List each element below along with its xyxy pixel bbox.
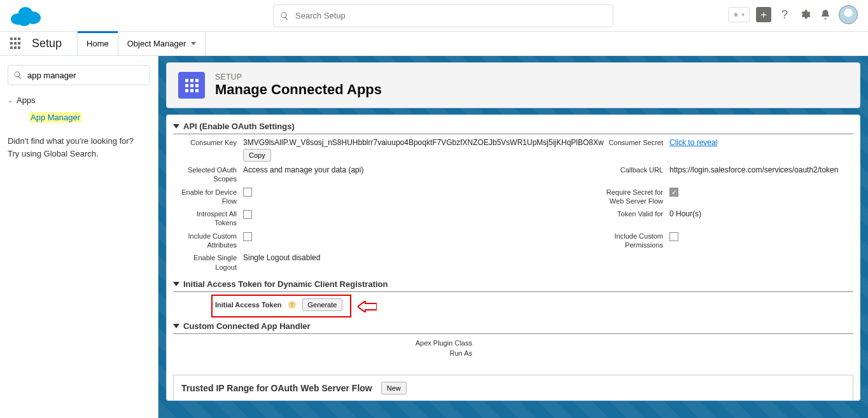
no-results-line1: Didn't find what you're looking for? <box>8 135 150 148</box>
section-header-handler-label: Custom Connected App Handler <box>183 321 311 331</box>
tree-node-apps-label: Apps <box>17 95 36 105</box>
trusted-ip-title: Trusted IP Range for OAuth Web Server Fl… <box>181 383 372 393</box>
user-avatar[interactable] <box>839 5 858 24</box>
initial-token-label: Initial Access Token <box>215 301 282 309</box>
help-icon[interactable]: ? <box>288 301 296 309</box>
include-custom-perm-label: Include Custom Permissions <box>597 232 667 250</box>
section-header-api-label: API (Enable OAuth Settings) <box>183 122 295 131</box>
page-header: SETUP Manage Connected Apps <box>166 62 860 108</box>
no-results-line2: Try using Global Search. <box>8 148 150 160</box>
apex-plugin-label: Apex Plugin Class <box>173 338 472 348</box>
global-header: ★▼ ＋ ? <box>0 0 868 32</box>
run-as-label: Run As <box>173 348 472 358</box>
include-custom-attr-label: Include Custom Attributes <box>173 232 241 250</box>
include-custom-perm-checkbox <box>669 232 678 241</box>
main-content-area: SETUP Manage Connected Apps API (Enable … <box>158 56 868 418</box>
device-flow-checkbox <box>243 188 252 197</box>
salesforce-logo <box>10 5 41 27</box>
single-logout-value: Single Logout disabled <box>241 253 597 272</box>
tab-object-manager-label: Object Manager <box>127 39 186 48</box>
trusted-ip-list: Trusted IP Range for OAuth Web Server Fl… <box>173 375 853 401</box>
annotation-arrow-icon <box>358 301 377 312</box>
tab-object-manager[interactable]: Object Manager <box>118 32 206 56</box>
chevron-down-icon <box>191 42 196 45</box>
consumer-key-label: Consumer Key <box>173 138 241 162</box>
no-results-help-text: Didn't find what you're looking for? Try… <box>8 135 150 160</box>
copy-button[interactable]: Copy <box>243 149 271 162</box>
callback-value: https://login.salesforce.com/services/oa… <box>667 165 853 184</box>
favorites-button[interactable]: ★▼ <box>728 7 750 22</box>
help-icon[interactable]: ? <box>778 8 792 22</box>
page-title: Manage Connected Apps <box>215 81 382 98</box>
detail-card: API (Enable OAuth Settings) Consumer Key… <box>166 115 860 401</box>
sidebar-quick-find-input[interactable] <box>27 71 144 80</box>
collapse-icon <box>173 124 179 129</box>
api-field-grid: Consumer Key 3MVG9lsAllP.W_V8sosj_nS8HUH… <box>173 134 853 275</box>
global-search[interactable] <box>273 4 613 27</box>
reveal-secret-link[interactable]: Click to reveal <box>669 138 717 147</box>
search-icon <box>280 11 289 20</box>
setup-gear-icon[interactable] <box>798 8 812 22</box>
token-valid-label: Token Valid for <box>597 209 667 228</box>
introspect-checkbox <box>243 210 252 219</box>
scopes-label: Selected OAuth Scopes <box>173 165 241 184</box>
section-header-handler[interactable]: Custom Connected App Handler <box>173 317 853 334</box>
app-name-label: Setup <box>32 37 62 50</box>
notifications-icon[interactable] <box>818 8 832 22</box>
token-valid-value: 0 Hour(s) <box>667 209 853 228</box>
single-logout-label: Enable Single Logout <box>173 253 241 272</box>
trusted-ip-header: Trusted IP Range for OAuth Web Server Fl… <box>174 375 853 401</box>
scopes-value: Access and manage your data (api) <box>241 165 597 184</box>
sidebar-quick-find[interactable] <box>8 65 150 85</box>
require-secret-label: Require Secret for Web Server Flow <box>597 188 667 206</box>
require-secret-checkbox <box>669 188 678 197</box>
tab-home[interactable]: Home <box>77 32 118 56</box>
setup-sidebar: ⌄ Apps App Manager Didn't find what you'… <box>0 56 158 418</box>
page-header-app-icon <box>178 72 205 99</box>
new-trusted-ip-button[interactable]: New <box>381 382 407 394</box>
header-utility-bar: ★▼ ＋ ? <box>728 5 858 24</box>
tree-node-apps[interactable]: ⌄ Apps <box>8 95 150 105</box>
global-search-input[interactable] <box>295 11 606 20</box>
consumer-secret-label: Consumer Secret <box>597 138 667 162</box>
tree-node-app-manager-label: App Manager <box>29 112 81 123</box>
device-flow-label: Enable for Device Flow <box>173 188 241 206</box>
context-nav-bar: Setup Home Object Manager <box>0 32 868 56</box>
page-header-eyebrow: SETUP <box>215 73 382 81</box>
section-header-initial-token[interactable]: Initial Access Token for Dynamic Client … <box>173 275 853 292</box>
consumer-key-value: 3MVG9lsAllP.W_V8sosj_nS8HUHbblrr7vaiuupo… <box>241 138 597 162</box>
collapse-icon <box>173 282 179 286</box>
app-launcher-icon[interactable] <box>10 38 23 50</box>
callback-label: Callback URL <box>597 165 667 184</box>
collapse-icon <box>173 324 179 328</box>
initial-token-row: Initial Access Token ? Generate <box>173 292 853 317</box>
section-header-initial-token-label: Initial Access Token for Dynamic Client … <box>183 279 388 289</box>
search-icon <box>13 71 22 80</box>
section-header-api[interactable]: API (Enable OAuth Settings) <box>173 118 853 134</box>
global-actions-button[interactable]: ＋ <box>756 7 771 22</box>
consumer-key-text: 3MVG9lsAllP.W_V8sosj_nS8HUHbblrr7vaiuupo… <box>243 138 604 147</box>
introspect-label: Introspect All Tokens <box>173 209 241 228</box>
tree-node-app-manager[interactable]: App Manager <box>29 113 150 122</box>
generate-button[interactable]: Generate <box>302 298 343 311</box>
handler-field-grid: Apex Plugin Class Run As <box>173 334 853 362</box>
chevron-down-icon: ⌄ <box>8 97 13 104</box>
include-custom-attr-checkbox <box>243 232 252 241</box>
svg-point-3 <box>18 16 31 26</box>
